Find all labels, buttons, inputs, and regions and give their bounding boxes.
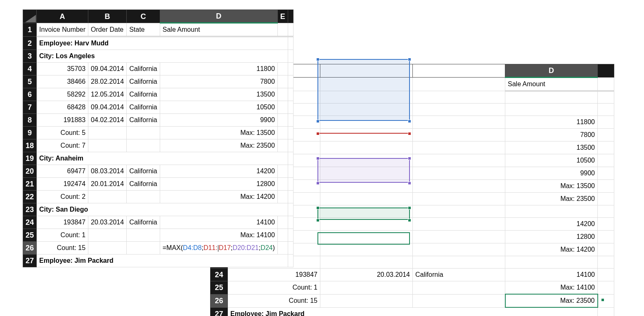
col-header-D[interactable]: D (160, 10, 277, 23)
cell[interactable]: Count: 1 (37, 229, 88, 242)
row-header[interactable]: 8 (23, 114, 37, 127)
cell[interactable]: Max: 14200 (505, 243, 598, 256)
group-row[interactable]: City: San Diego (37, 203, 288, 216)
cell[interactable]: 14100 (505, 269, 598, 281)
cell[interactable] (88, 127, 127, 139)
cell[interactable]: 12.05.2014 (88, 88, 127, 101)
range-handle[interactable] (316, 219, 320, 222)
cell[interactable]: 14200 (160, 165, 277, 178)
cell[interactable] (127, 229, 160, 242)
cell[interactable]: Count: 7 (37, 139, 88, 152)
cell[interactable] (88, 229, 127, 242)
cell[interactable]: 191883 (37, 114, 88, 127)
cell[interactable]: Count: 1 (228, 281, 320, 295)
row-header[interactable]: 5 (23, 75, 37, 88)
row-header[interactable]: 24 (23, 216, 37, 229)
cell[interactable]: California (127, 75, 160, 88)
fill-handle[interactable] (601, 298, 604, 302)
header-cell[interactable]: State (127, 23, 160, 37)
row-header[interactable]: 3 (23, 50, 37, 63)
cell[interactable]: 58292 (37, 88, 88, 101)
cell[interactable]: 193847 (228, 269, 320, 281)
cell[interactable] (127, 191, 160, 203)
row-header[interactable]: 2 (23, 37, 37, 50)
group-row[interactable]: City: Los Angeles (37, 50, 288, 63)
cell[interactable]: California (127, 216, 160, 229)
header-cell[interactable]: Sale Amount (160, 23, 277, 37)
group-row[interactable]: Employee: Jim Packard (37, 255, 288, 267)
col-header[interactable] (288, 10, 293, 23)
range-handle[interactable] (408, 182, 411, 185)
group-row[interactable]: City: Anaheim (37, 152, 288, 165)
header-cell[interactable]: Order Date (88, 23, 127, 37)
range-handle[interactable] (408, 58, 411, 61)
row-header[interactable]: 22 (23, 191, 37, 203)
cell[interactable]: Count: 5 (37, 127, 88, 139)
range-handle[interactable] (316, 206, 320, 210)
col-header-C[interactable]: C (127, 10, 160, 23)
col-header-B[interactable]: B (88, 10, 127, 23)
group-row[interactable]: Employee: Jim Packard (228, 307, 598, 316)
formula-cell[interactable]: =MAX(D4:D8;D11:D17;D20:D21;D24) (160, 242, 277, 255)
select-all-corner[interactable] (23, 10, 37, 23)
cell[interactable]: California (127, 63, 160, 75)
cell[interactable]: 9900 (505, 167, 598, 180)
row-header[interactable]: 9 (23, 127, 37, 139)
cell[interactable]: 7800 (505, 129, 598, 141)
cell[interactable] (127, 127, 160, 139)
cell[interactable]: California (413, 269, 505, 281)
cell[interactable]: California (127, 88, 160, 101)
cell[interactable]: Count: 2 (37, 191, 88, 203)
range-handle[interactable] (316, 182, 320, 185)
row-header[interactable]: 6 (23, 88, 37, 101)
row-header[interactable]: 27 (23, 255, 37, 267)
cell[interactable]: 38466 (37, 75, 88, 88)
cell[interactable]: 35703 (37, 63, 88, 75)
range-handle[interactable] (316, 132, 320, 135)
row-header[interactable]: 26 (23, 242, 37, 255)
cell[interactable]: California (127, 101, 160, 114)
cell[interactable] (127, 139, 160, 152)
col-header-D[interactable]: D (505, 64, 598, 78)
cell[interactable]: 13500 (505, 141, 598, 154)
cell[interactable]: Count: 15 (37, 242, 88, 255)
cell[interactable]: 69477 (37, 165, 88, 178)
cell[interactable]: 10500 (505, 154, 598, 167)
range-handle[interactable] (316, 58, 320, 61)
row-header[interactable]: 20 (23, 165, 37, 178)
cell[interactable]: 193847 (37, 216, 88, 229)
row-header[interactable]: 1 (23, 23, 37, 37)
cell[interactable] (505, 205, 598, 218)
cell[interactable]: California (127, 114, 160, 127)
cell[interactable]: 68428 (37, 101, 88, 114)
range-handle[interactable] (408, 132, 411, 135)
row-header[interactable]: 26 (211, 294, 228, 307)
cell[interactable]: Max: 23500 (505, 193, 598, 205)
range-handle[interactable] (408, 219, 411, 222)
cell[interactable]: Count: 15 (228, 294, 320, 307)
cell[interactable]: 9900 (160, 114, 277, 127)
group-row[interactable]: Employee: Harv Mudd (37, 37, 288, 50)
col-header[interactable] (598, 64, 614, 78)
cell[interactable]: California (127, 178, 160, 191)
row-header[interactable]: 24 (211, 269, 228, 281)
row-header[interactable]: 25 (23, 229, 37, 242)
cell[interactable]: 28.02.2014 (88, 75, 127, 88)
row-header[interactable]: 27 (211, 307, 228, 316)
row-header[interactable]: 25 (211, 281, 228, 295)
row-header[interactable]: 4 (23, 63, 37, 75)
header-cell[interactable]: Invoice Number (37, 23, 88, 37)
range-handle[interactable] (408, 157, 411, 160)
spreadsheet-front[interactable]: A B C D E 1Invoice NumberOrder DateState… (23, 9, 294, 267)
cell[interactable]: 08.03.2014 (88, 165, 127, 178)
range-handle[interactable] (408, 120, 411, 123)
cell[interactable]: 7800 (160, 75, 277, 88)
cell[interactable]: Max: 13500 (505, 180, 598, 193)
cell[interactable]: 20.01.2014 (88, 178, 127, 191)
range-handle[interactable] (316, 120, 320, 123)
col-header-E[interactable]: E (277, 10, 288, 23)
col-header-A[interactable]: A (37, 10, 88, 23)
cell[interactable]: 09.04.2014 (88, 63, 127, 75)
cell[interactable]: 20.03.2014 (88, 216, 127, 229)
range-handle[interactable] (316, 157, 320, 160)
